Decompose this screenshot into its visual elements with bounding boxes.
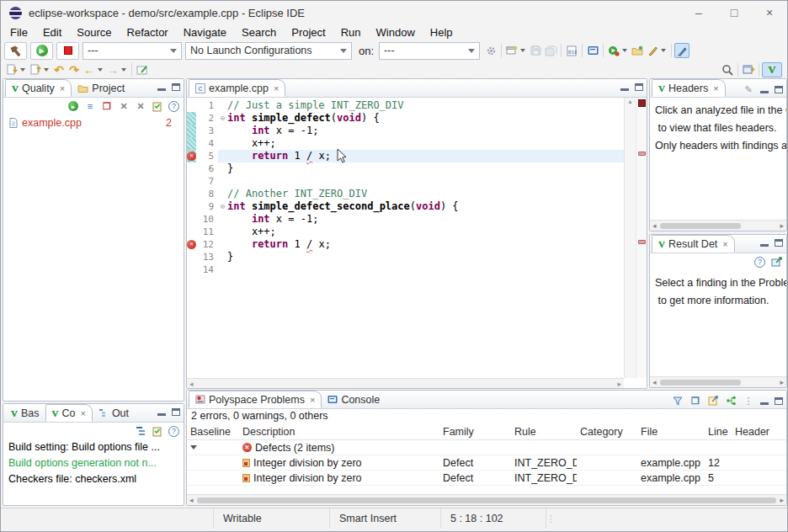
binary-file-icon[interactable]: 010: [564, 43, 579, 58]
fold-collapse-icon[interactable]: ⊖: [218, 200, 227, 213]
fold-collapse-icon[interactable]: ⊖: [218, 112, 227, 125]
maximize-panel-icon[interactable]: [172, 408, 180, 416]
window-minimize-button[interactable]: –: [681, 1, 716, 24]
tab-bas[interactable]: VBas: [5, 404, 45, 422]
scroll-right-icon[interactable]: ▸: [780, 378, 784, 386]
stacked-results-icon[interactable]: ❐: [101, 100, 113, 112]
open-report-icon[interactable]: [707, 395, 719, 407]
checklist-icon[interactable]: [152, 425, 163, 437]
close-icon[interactable]: ×: [722, 239, 727, 249]
run-button[interactable]: ▶: [30, 42, 53, 60]
column-header-rule[interactable]: Rule: [511, 426, 577, 438]
code-analysis-icon[interactable]: [645, 43, 660, 58]
last-edit-forward-icon[interactable]: ↷: [67, 62, 82, 77]
problem-row[interactable]: Integer division by zeroDefectINT_ZERO_D…: [187, 455, 786, 471]
vertical-scrollbar[interactable]: ▲: [624, 98, 636, 378]
build-button[interactable]: [4, 42, 27, 60]
view-menu-icon[interactable]: ⋮: [743, 395, 754, 407]
stop-button[interactable]: [56, 42, 79, 60]
help-icon[interactable]: ?: [168, 101, 179, 112]
minimize-panel-icon[interactable]: [620, 83, 629, 91]
coverage-run-icon[interactable]: [606, 43, 621, 58]
chevron-down-icon[interactable]: [44, 68, 49, 72]
launch-target-select[interactable]: ---: [379, 42, 480, 60]
overview-ruler[interactable]: [636, 98, 647, 378]
search-icon[interactable]: [720, 62, 735, 77]
console-icon[interactable]: [585, 43, 600, 58]
maximize-panel-icon[interactable]: [775, 239, 783, 247]
column-header-baseline[interactable]: Baseline: [187, 426, 239, 438]
horizontal-scrollbar[interactable]: ◂ ▸: [187, 378, 624, 388]
chevron-down-icon[interactable]: [121, 68, 126, 72]
chevron-down-icon[interactable]: [520, 49, 525, 52]
scroll-right-icon[interactable]: ▸: [780, 221, 784, 230]
menu-edit[interactable]: Edit: [35, 26, 69, 39]
horizontal-scrollbar[interactable]: ◂ ▸: [650, 376, 786, 387]
link-with-editor-icon[interactable]: [135, 62, 150, 77]
help-icon[interactable]: ?: [168, 426, 179, 437]
polyspace-perspective-button[interactable]: V: [762, 62, 782, 77]
tab-headers[interactable]: VHeaders×: [652, 79, 726, 97]
problem-group-row[interactable]: ✕Defects (2 items): [187, 440, 786, 455]
close-icon[interactable]: ×: [274, 83, 279, 93]
remove-all-results-icon[interactable]: ✕: [135, 100, 146, 112]
menu-navigate[interactable]: Navigate: [176, 26, 234, 39]
error-mark-line12[interactable]: [638, 240, 646, 244]
close-icon[interactable]: ×: [60, 83, 65, 93]
launch-mode-select[interactable]: No Launch Configurations: [185, 42, 352, 60]
menu-search[interactable]: Search: [234, 26, 284, 39]
problem-row[interactable]: Integer division by zeroDefectINT_ZERO_D…: [187, 471, 786, 486]
maximize-panel-icon[interactable]: [775, 86, 783, 93]
filter-list-icon[interactable]: ≡: [84, 100, 96, 112]
scroll-left-icon[interactable]: ◂: [189, 496, 194, 504]
column-header-line[interactable]: Line: [705, 426, 732, 438]
scroll-left-icon[interactable]: ◂: [652, 378, 657, 386]
status-menu-dots-icon[interactable]: ⋮: [546, 508, 556, 529]
tab-out[interactable]: Out: [93, 404, 135, 422]
scroll-right-icon[interactable]: ▸: [617, 380, 621, 388]
close-icon[interactable]: ×: [310, 395, 315, 405]
tab-project[interactable]: Project: [72, 79, 130, 97]
window-maximize-button[interactable]: □: [716, 1, 752, 24]
remove-result-icon[interactable]: ✕: [118, 100, 130, 112]
tab-example-cpp[interactable]: cexample.cpp×: [189, 79, 285, 97]
close-icon[interactable]: ×: [80, 408, 85, 418]
column-header-category[interactable]: Category: [577, 426, 637, 438]
chevron-down-icon[interactable]: [20, 68, 25, 72]
tree-mode-icon[interactable]: [725, 395, 737, 407]
column-header-file[interactable]: File: [637, 426, 705, 438]
column-header-family[interactable]: Family: [439, 426, 511, 438]
close-icon[interactable]: ×: [713, 83, 718, 93]
menu-help[interactable]: Help: [423, 26, 461, 39]
clear-icon[interactable]: ✎: [743, 83, 754, 95]
scroll-left-icon[interactable]: ◂: [189, 380, 194, 388]
menu-source[interactable]: Source: [69, 26, 119, 39]
analyzed-file-row[interactable]: example.cpp2: [3, 114, 184, 130]
last-edit-back-icon[interactable]: ↶: [51, 62, 67, 77]
tab-co[interactable]: VCo×: [45, 404, 93, 422]
maximize-panel-icon[interactable]: [635, 83, 643, 91]
chevron-down-icon[interactable]: [622, 49, 627, 52]
maximize-panel-icon[interactable]: [172, 83, 180, 91]
horizontal-scrollbar[interactable]: ◂ ▸: [650, 220, 786, 231]
scroll-up-icon[interactable]: ▲: [627, 98, 633, 104]
scroll-left-icon[interactable]: ◂: [652, 221, 657, 230]
launch-config-select[interactable]: ---: [83, 42, 182, 60]
column-header-description[interactable]: Description: [239, 426, 439, 438]
minimize-panel-icon[interactable]: [157, 83, 166, 91]
window-close-button[interactable]: ×: [752, 1, 787, 24]
next-annotation-icon[interactable]: [4, 62, 19, 77]
menu-window[interactable]: Window: [369, 26, 423, 39]
maximize-panel-icon[interactable]: [775, 397, 783, 405]
minimize-panel-icon[interactable]: [760, 239, 769, 247]
tab-quality[interactable]: VQuality×: [5, 79, 72, 97]
menu-run[interactable]: Run: [333, 26, 369, 39]
minimize-panel-icon[interactable]: [157, 408, 166, 416]
tree-list-icon[interactable]: [135, 425, 146, 437]
scroll-right-icon[interactable]: ▸: [780, 496, 784, 504]
code-area[interactable]: 1// Just a simple INT_ZERO_DIV2⊖int simp…: [187, 99, 624, 378]
menu-file[interactable]: File: [3, 26, 35, 39]
pin-view-icon[interactable]: [770, 256, 782, 268]
minimize-panel-icon[interactable]: [760, 397, 769, 405]
group-by-icon[interactable]: ❐: [690, 395, 701, 407]
